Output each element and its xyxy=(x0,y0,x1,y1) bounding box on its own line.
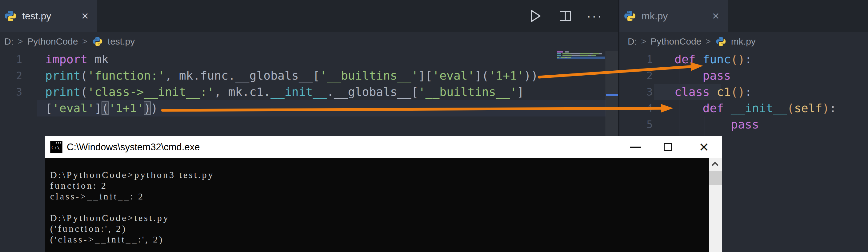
close-tab-icon[interactable]: ✕ xyxy=(712,11,720,22)
cmd-window: C:\ C:\Windows\system32\cmd.exe ✕ D:\Pyt… xyxy=(45,136,722,252)
cmd-output-line: ('class->__init__:', 2) xyxy=(50,234,164,245)
tab-label: test.py xyxy=(22,10,51,22)
breadcrumb-file[interactable]: test.py xyxy=(108,36,135,47)
code-line: 4 def __init__(self): xyxy=(619,100,868,116)
close-button[interactable]: ✕ xyxy=(699,136,709,158)
breadcrumb-right: D: > PythonCode > mk.py xyxy=(628,32,756,51)
editor-actions: ··· xyxy=(529,0,601,32)
tab-label: mk.py xyxy=(642,10,668,22)
breadcrumb-folder[interactable]: PythonCode xyxy=(650,36,701,47)
minimap[interactable] xyxy=(557,51,606,69)
tab-mk-py[interactable]: mk.py ✕ xyxy=(619,0,728,32)
chevron-right-icon: > xyxy=(641,37,646,46)
cmd-titlebar[interactable]: C:\ C:\Windows\system32\cmd.exe ✕ xyxy=(45,136,722,158)
breadcrumb-folder[interactable]: PythonCode xyxy=(27,36,78,47)
breadcrumb-file[interactable]: mk.py xyxy=(731,36,756,47)
cmd-output: D:\PythonCode>python3 test.pyfunction: 2… xyxy=(45,158,709,252)
vscode-window: test.py ✕ ··· D: > PythonCode > test.py … xyxy=(0,0,868,252)
python-file-icon xyxy=(624,10,636,22)
cmd-output-line: class->__init__: 2 xyxy=(50,191,144,202)
cmd-output-line: function: 2 xyxy=(50,180,107,191)
cmd-icon: C:\ xyxy=(50,141,62,153)
code-line: 2 pass xyxy=(619,68,868,84)
python-file-icon xyxy=(92,36,103,47)
scrollbar-thumb[interactable] xyxy=(709,171,722,185)
code-line: ['eval']('1+1')) xyxy=(0,100,619,116)
breadcrumb-drive[interactable]: D: xyxy=(628,36,637,47)
cmd-output-line: D:\PythonCode>python3 test.py xyxy=(50,169,214,180)
minimize-button[interactable] xyxy=(630,147,641,148)
cmd-output-line: D:\PythonCode>test.py xyxy=(50,212,169,223)
maximize-button[interactable] xyxy=(664,143,672,151)
overview-cursor-marker xyxy=(606,94,619,96)
code-line: 3print('class->__init__:', mk.c1.__init_… xyxy=(0,84,619,100)
tab-test-py[interactable]: test.py ✕ xyxy=(0,0,97,32)
code-line: 3class c1(): xyxy=(619,84,868,100)
code-line: 5 pass xyxy=(619,116,868,133)
more-actions-button[interactable]: ··· xyxy=(588,9,601,23)
chevron-right-icon: > xyxy=(82,37,87,46)
close-tab-icon[interactable]: ✕ xyxy=(81,11,89,22)
breadcrumb-drive[interactable]: D: xyxy=(4,36,13,47)
scroll-up-icon[interactable] xyxy=(712,161,719,169)
tabbar-left: test.py ✕ ··· xyxy=(0,0,619,32)
cmd-scrollbar[interactable] xyxy=(709,158,722,252)
run-button[interactable] xyxy=(529,9,542,23)
cmd-output-line: ('function:', 2) xyxy=(50,223,127,234)
python-file-icon xyxy=(4,10,17,22)
split-editor-button[interactable] xyxy=(558,9,572,23)
python-file-icon xyxy=(716,36,726,47)
code-line: 1def func(): xyxy=(619,51,868,68)
editor-scrollbar[interactable] xyxy=(606,51,619,136)
breadcrumb-left: D: > PythonCode > test.py xyxy=(4,32,135,51)
chevron-right-icon: > xyxy=(706,37,710,46)
chevron-right-icon: > xyxy=(18,37,23,46)
tabbar-right: mk.py ✕ xyxy=(619,0,868,32)
code-line: 2print('function:', mk.func.__globals__[… xyxy=(0,68,619,84)
code-line: 1import mk xyxy=(0,51,619,68)
cmd-title: C:\Windows\system32\cmd.exe xyxy=(67,136,200,158)
